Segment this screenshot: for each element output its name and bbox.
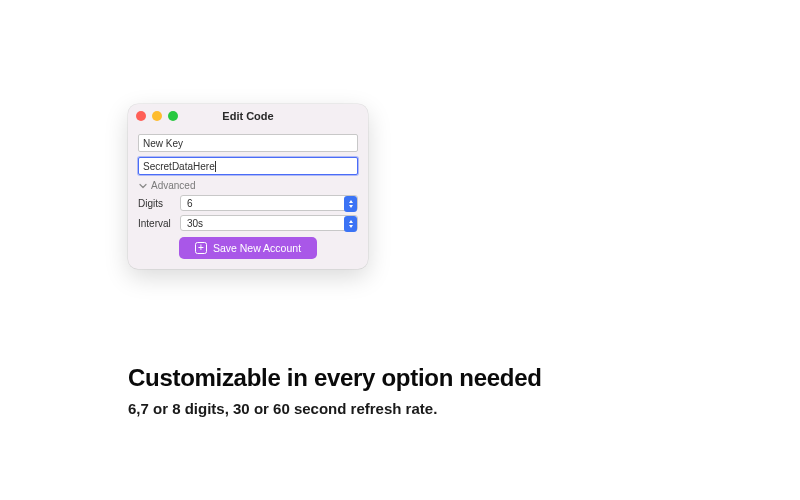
digits-row: Digits 6: [138, 195, 358, 211]
name-field[interactable]: New Key: [138, 134, 358, 152]
window-controls: [136, 111, 178, 121]
digits-value: 6: [187, 198, 193, 209]
interval-value: 30s: [187, 218, 203, 229]
interval-select[interactable]: 30s: [180, 215, 358, 231]
advanced-disclosure[interactable]: Advanced: [138, 180, 358, 191]
name-field-value: New Key: [143, 138, 183, 149]
chevron-down-icon: [138, 181, 147, 190]
stepper-icon[interactable]: [344, 196, 357, 212]
secret-field-value: SecretDataHere: [143, 161, 215, 172]
caption-block: Customizable in every option needed 6,7 …: [128, 364, 542, 417]
interval-label: Interval: [138, 218, 174, 229]
digits-select[interactable]: 6: [180, 195, 358, 211]
window-body: New Key SecretDataHere Advanced Digits 6…: [128, 128, 368, 269]
titlebar: Edit Code: [128, 104, 368, 128]
caption-subtitle: 6,7 or 8 digits, 30 or 60 second refresh…: [128, 400, 542, 417]
caption-title: Customizable in every option needed: [128, 364, 542, 392]
text-cursor: [215, 161, 216, 172]
minimize-icon[interactable]: [152, 111, 162, 121]
secret-field[interactable]: SecretDataHere: [138, 157, 358, 175]
edit-code-window: Edit Code New Key SecretDataHere Advance…: [128, 104, 368, 269]
close-icon[interactable]: [136, 111, 146, 121]
interval-row: Interval 30s: [138, 215, 358, 231]
plus-square-icon: +: [195, 242, 207, 254]
digits-label: Digits: [138, 198, 174, 209]
save-button-label: Save New Account: [213, 242, 301, 254]
zoom-icon[interactable]: [168, 111, 178, 121]
stepper-icon[interactable]: [344, 216, 357, 232]
save-new-account-button[interactable]: + Save New Account: [179, 237, 317, 259]
advanced-label: Advanced: [151, 180, 195, 191]
